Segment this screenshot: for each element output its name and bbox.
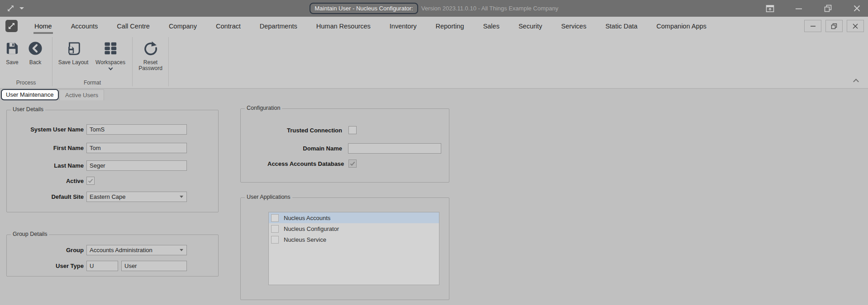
chevron-down-icon <box>180 249 183 251</box>
ribbon-group-label-process: Process <box>0 80 52 86</box>
list-item-nucleus-accounts[interactable]: Nucleus Accounts <box>269 212 439 223</box>
ribbon-tab-human-resources[interactable]: Human Resources <box>307 17 380 35</box>
workspaces-dropdown-icon <box>108 66 113 70</box>
chevron-down-icon <box>180 196 183 198</box>
chevron-up-icon <box>853 79 859 84</box>
save-button[interactable]: Save <box>1 35 24 66</box>
configuration-groupbox: Configuration Trusted Connection Domain … <box>240 108 449 183</box>
list-item-nucleus-configurator[interactable]: Nucleus Configurator <box>269 223 439 234</box>
user-applications-groupbox: User Applications Nucleus Accounts Nucle… <box>240 197 449 300</box>
item-checkbox[interactable] <box>271 214 279 222</box>
system-user-name-input[interactable]: TomS <box>86 124 187 135</box>
default-site-label: Default Site <box>9 193 84 200</box>
mdi-restore-icon[interactable] <box>825 20 843 32</box>
ribbon-tab-sales[interactable]: Sales <box>473 17 509 35</box>
window-title-version: Version 2023.11.0.10 - All Things Exampl… <box>421 5 558 12</box>
group-details-title: Group Details <box>11 231 49 237</box>
ribbon-tab-companion-apps[interactable]: Companion Apps <box>647 17 716 35</box>
tab-user-maintenance[interactable]: User Maintenance <box>1 89 59 100</box>
user-applications-list: Nucleus Accounts Nucleus Configurator Nu… <box>268 212 439 285</box>
workspaces-icon <box>103 38 118 59</box>
reset-password-button[interactable]: ResetPassword <box>133 35 168 71</box>
ribbon-tab-contract[interactable]: Contract <box>206 17 250 35</box>
workspaces-button[interactable]: Workspaces <box>91 35 129 70</box>
window-title: Maintain User - Nucleus Configurator: <box>310 3 418 14</box>
active-checkbox[interactable] <box>86 177 95 185</box>
trusted-connection-checkbox[interactable] <box>348 126 357 134</box>
first-name-label: First Name <box>9 145 84 151</box>
item-checkbox[interactable] <box>271 225 279 233</box>
close-icon[interactable] <box>852 4 862 14</box>
ribbon-tab-home[interactable]: Home <box>25 17 62 35</box>
list-item-nucleus-service[interactable]: Nucleus Service <box>269 234 439 245</box>
user-details-groupbox: User Details System User Name TomS First… <box>6 110 219 212</box>
ribbon: Save Back Process <box>0 35 868 89</box>
ribbon-tab-accounts[interactable]: Accounts <box>62 17 108 35</box>
ribbon-tabs: Home Accounts Call Centre Company Contra… <box>25 17 716 35</box>
title-bar: Maintain User - Nucleus Configurator: Ve… <box>0 0 868 17</box>
back-icon <box>28 38 43 59</box>
domain-name-label: Domain Name <box>267 145 342 152</box>
user-type-name-input[interactable]: User <box>121 261 187 271</box>
restore-icon[interactable] <box>823 4 833 14</box>
ribbon-tab-departments[interactable]: Departments <box>250 17 307 35</box>
tab-active-users[interactable]: Active Users <box>59 89 104 100</box>
ribbon-group-format: Save Layout Workspaces Format <box>52 35 132 88</box>
ribbon-group-reset: ResetPassword <box>133 35 168 88</box>
user-type-label: User Type <box>9 263 84 269</box>
save-icon <box>5 38 20 59</box>
content-area: User Maintenance Active Users User Detai… <box>0 89 868 305</box>
ribbon-tab-row: Home Accounts Call Centre Company Contra… <box>0 17 868 35</box>
ribbon-group-process: Save Back Process <box>0 35 52 88</box>
group-label: Group <box>9 247 84 253</box>
last-name-label: Last Name <box>9 162 84 169</box>
ribbon-group-label-format: Format <box>52 80 132 86</box>
access-accounts-database-checkbox[interactable] <box>348 160 357 168</box>
first-name-input[interactable]: Tom <box>86 143 187 153</box>
mdi-minimize-icon[interactable] <box>804 20 821 32</box>
trusted-connection-label: Trusted Connection <box>267 127 342 134</box>
group-dropdown[interactable]: Accounts Administration <box>86 245 187 255</box>
ribbon-tab-static-data[interactable]: Static Data <box>596 17 647 35</box>
user-type-code-input[interactable]: U <box>86 261 118 271</box>
app-icon[interactable] <box>5 20 18 32</box>
mdi-close-icon[interactable] <box>847 20 864 32</box>
domain-name-input[interactable] <box>348 143 441 154</box>
ribbon-tab-call-centre[interactable]: Call Centre <box>107 17 159 35</box>
mdi-window-controls <box>804 20 864 32</box>
system-user-name-label: System User Name <box>9 126 84 133</box>
save-layout-icon <box>66 38 81 59</box>
ribbon-tab-reporting[interactable]: Reporting <box>426 17 474 35</box>
ribbon-tab-company[interactable]: Company <box>159 17 206 35</box>
ribbon-tab-services[interactable]: Services <box>552 17 596 35</box>
ribbon-tab-inventory[interactable]: Inventory <box>380 17 426 35</box>
ribbon-tab-security[interactable]: Security <box>509 17 552 35</box>
ribbon-display-options-icon[interactable] <box>765 4 775 14</box>
configuration-title: Configuration <box>245 105 282 111</box>
minimize-icon[interactable] <box>794 4 804 14</box>
collapse-ribbon-button[interactable] <box>851 77 861 84</box>
active-label: Active <box>9 178 84 184</box>
user-applications-title: User Applications <box>245 194 292 200</box>
item-checkbox[interactable] <box>271 236 279 244</box>
back-button[interactable]: Back <box>24 35 47 66</box>
default-site-dropdown[interactable]: Eastern Cape <box>86 192 187 202</box>
last-name-input[interactable]: Seger <box>86 160 187 171</box>
save-layout-button[interactable]: Save Layout <box>55 35 91 70</box>
access-accounts-database-label: Access Accounts Database <box>267 160 342 167</box>
user-details-title: User Details <box>11 106 45 113</box>
group-details-groupbox: Group Details Group Accounts Administrat… <box>6 235 219 277</box>
reset-password-icon <box>143 38 158 59</box>
